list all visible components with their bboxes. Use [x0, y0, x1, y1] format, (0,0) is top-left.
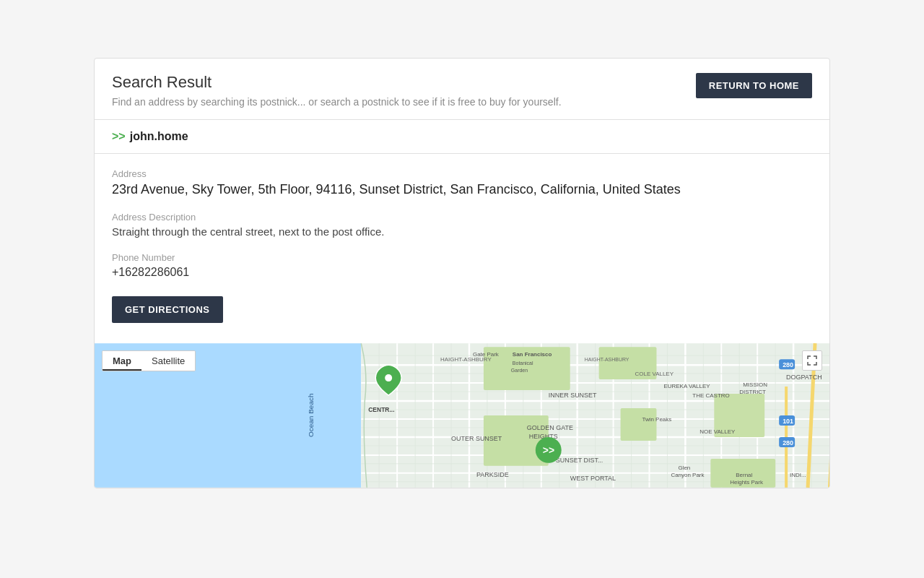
map-svg: HAIGHT-ASHBURY HAIGHT-ASHBURY COLE VALLE… [95, 343, 829, 488]
svg-text:Twin Peaks: Twin Peaks [642, 416, 672, 423]
svg-text:CENTR...: CENTR... [368, 406, 394, 413]
svg-text:HAIGHT-ASHBURY: HAIGHT-ASHBURY [585, 357, 629, 362]
map-container: HAIGHT-ASHBURY HAIGHT-ASHBURY COLE VALLE… [95, 343, 829, 488]
postnick-row: >> john.home [95, 120, 829, 154]
page-subtitle: Find an address by searching its postnic… [112, 96, 562, 108]
svg-text:THE CASTRO: THE CASTRO [692, 392, 729, 399]
address-description-value: Straight through the central street, nex… [112, 225, 812, 238]
phone-label: Phone Number [112, 252, 812, 263]
svg-text:NOE VALLEY: NOE VALLEY [699, 428, 736, 435]
get-directions-button[interactable]: GET DIRECTIONS [112, 296, 223, 323]
svg-text:Canyon Park: Canyon Park [671, 472, 704, 478]
svg-text:OUTER SUNSET: OUTER SUNSET [451, 435, 502, 442]
svg-text:Garden: Garden [511, 368, 528, 373]
svg-text:SUNSET DIST...: SUNSET DIST... [556, 457, 603, 464]
svg-rect-44 [621, 408, 657, 441]
svg-text:Glen: Glen [678, 465, 690, 471]
phone-value: +16282286061 [112, 266, 812, 279]
postnick-label: john.home [130, 130, 188, 143]
address-label: Address [112, 168, 812, 179]
svg-text:Bernal: Bernal [736, 472, 752, 478]
svg-text:COLE VALLEY: COLE VALLEY [635, 371, 674, 377]
tab-satellite[interactable]: Satellite [141, 351, 195, 371]
svg-text:Heights Park: Heights Park [730, 479, 763, 486]
svg-text:MISSION: MISSION [743, 381, 767, 388]
tab-map[interactable]: Map [103, 351, 141, 371]
svg-text:EUREKA VALLEY: EUREKA VALLEY [663, 383, 710, 389]
card-header: Search Result Find an address by searchi… [95, 59, 829, 120]
svg-text:Gate Park: Gate Park [473, 351, 499, 358]
page-title: Search Result [112, 73, 562, 92]
svg-point-87 [385, 374, 392, 381]
address-description-label: Address Description [112, 212, 812, 223]
svg-text:INDI...: INDI... [790, 472, 806, 478]
postnick-arrows: >> [112, 130, 126, 143]
svg-text:GOLDEN GATE: GOLDEN GATE [527, 424, 573, 431]
return-home-button[interactable]: RETURN TO HOME [696, 73, 812, 98]
search-result-card: Search Result Find an address by searchi… [94, 58, 830, 488]
expand-icon [807, 355, 817, 366]
svg-text:Ocean Beach: Ocean Beach [307, 394, 315, 437]
svg-text:PARKSIDE: PARKSIDE [476, 471, 509, 478]
map-tabs: Map Satellite [102, 350, 196, 371]
svg-text:Botanical: Botanical [513, 361, 533, 366]
svg-text:DISTRICT: DISTRICT [739, 389, 766, 395]
address-value: 23rd Avenue, Sky Tower, 5th Floor, 94116… [112, 182, 812, 197]
svg-text:280: 280 [783, 439, 793, 447]
svg-text:>>: >> [543, 444, 554, 456]
svg-text:INNER SUNSET: INNER SUNSET [549, 392, 597, 399]
svg-text:WEST PORTAL: WEST PORTAL [570, 475, 616, 482]
svg-text:San Francisco: San Francisco [513, 351, 552, 358]
svg-text:280: 280 [783, 361, 793, 368]
address-section: Address 23rd Avenue, Sky Tower, 5th Floo… [95, 154, 829, 343]
map-expand-button[interactable] [802, 350, 822, 371]
header-text: Search Result Find an address by searchi… [112, 73, 562, 108]
svg-text:DOGPATCH: DOGPATCH [786, 374, 822, 381]
svg-text:101: 101 [783, 418, 793, 425]
